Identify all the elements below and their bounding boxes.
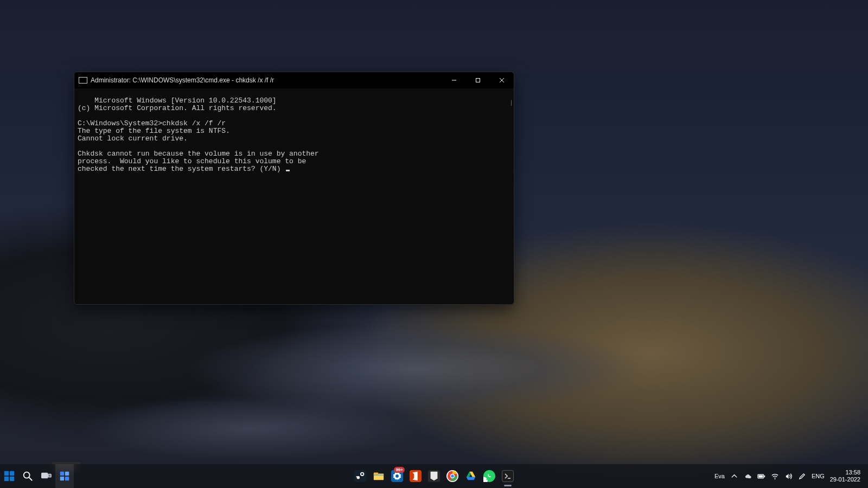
cmd-icon <box>79 77 87 84</box>
tray-onedrive-icon[interactable] <box>744 472 752 480</box>
svg-rect-6 <box>4 477 9 481</box>
svg-rect-13 <box>65 472 69 476</box>
system-tray: Eva ENG 13:58 29-01-2022 <box>714 469 868 483</box>
minimize-button[interactable] <box>442 72 466 88</box>
svg-rect-1 <box>476 79 480 82</box>
close-button[interactable] <box>490 72 514 88</box>
terminal-output[interactable]: Microsoft Windows [Version 10.0.22543.10… <box>74 88 514 304</box>
svg-point-28 <box>487 473 492 478</box>
svg-point-33 <box>775 478 776 479</box>
svg-rect-31 <box>764 475 765 477</box>
svg-point-27 <box>451 474 454 478</box>
titlebar[interactable]: Administrator: C:\WINDOWS\system32\cmd.e… <box>74 72 514 88</box>
taskbar-app-chrome[interactable] <box>443 464 462 488</box>
taskbar-app-whatsapp[interactable] <box>480 464 499 488</box>
svg-rect-14 <box>60 477 64 480</box>
maximize-button[interactable] <box>466 72 490 88</box>
taskbar-app-steam[interactable] <box>351 464 369 488</box>
taskbar-app-drive[interactable] <box>462 464 480 488</box>
tray-user-hint: Eva <box>714 473 725 479</box>
tray-wifi-icon[interactable] <box>771 472 779 480</box>
taskbar-left <box>0 464 74 488</box>
svg-point-8 <box>24 472 30 478</box>
svg-rect-4 <box>4 471 9 476</box>
cmd-window: Administrator: C:\WINDOWS\system32\cmd.e… <box>74 72 514 305</box>
search-button[interactable] <box>18 464 37 488</box>
taskbar-app-settings[interactable]: 99+ <box>388 464 406 488</box>
taskview-button[interactable] <box>37 464 55 488</box>
tray-battery-icon[interactable] <box>757 472 765 480</box>
svg-rect-15 <box>65 477 69 480</box>
svg-line-9 <box>29 478 33 481</box>
taskbar-center: 99+ <box>351 464 517 488</box>
taskbar-app-epic[interactable] <box>425 464 443 488</box>
svg-rect-21 <box>374 473 378 475</box>
taskbar-app-office[interactable] <box>406 464 425 488</box>
scrollbar-thumb[interactable] <box>511 100 512 106</box>
tray-language[interactable]: ENG <box>812 473 825 479</box>
tray-chevron-up-icon[interactable] <box>730 472 738 480</box>
tray-volume-icon[interactable] <box>784 472 793 480</box>
svg-rect-11 <box>48 474 52 477</box>
widgets-button[interactable] <box>55 464 74 488</box>
terminal-text: Microsoft Windows [Version 10.0.22543.10… <box>78 97 319 173</box>
svg-rect-32 <box>758 475 763 477</box>
svg-rect-12 <box>60 472 64 476</box>
taskbar: 99+ Eva ENG 13:58 <box>0 464 868 488</box>
tray-clock[interactable]: 13:58 29-01-2022 <box>830 469 860 483</box>
settings-badge: 99+ <box>394 467 405 473</box>
svg-rect-22 <box>374 474 384 476</box>
start-button[interactable] <box>0 464 18 488</box>
svg-rect-7 <box>10 477 14 481</box>
svg-point-18 <box>361 473 363 476</box>
tray-pen-icon[interactable] <box>798 472 806 480</box>
tray-date: 29-01-2022 <box>830 476 860 483</box>
tray-time: 13:58 <box>830 469 860 476</box>
svg-point-24 <box>395 474 399 478</box>
taskbar-app-cmd[interactable] <box>499 464 517 488</box>
taskbar-app-file-explorer[interactable] <box>369 464 388 488</box>
cursor-icon <box>286 170 290 171</box>
svg-rect-10 <box>42 473 48 478</box>
svg-rect-5 <box>10 471 14 476</box>
window-title: Administrator: C:\WINDOWS\system32\cmd.e… <box>91 76 274 84</box>
